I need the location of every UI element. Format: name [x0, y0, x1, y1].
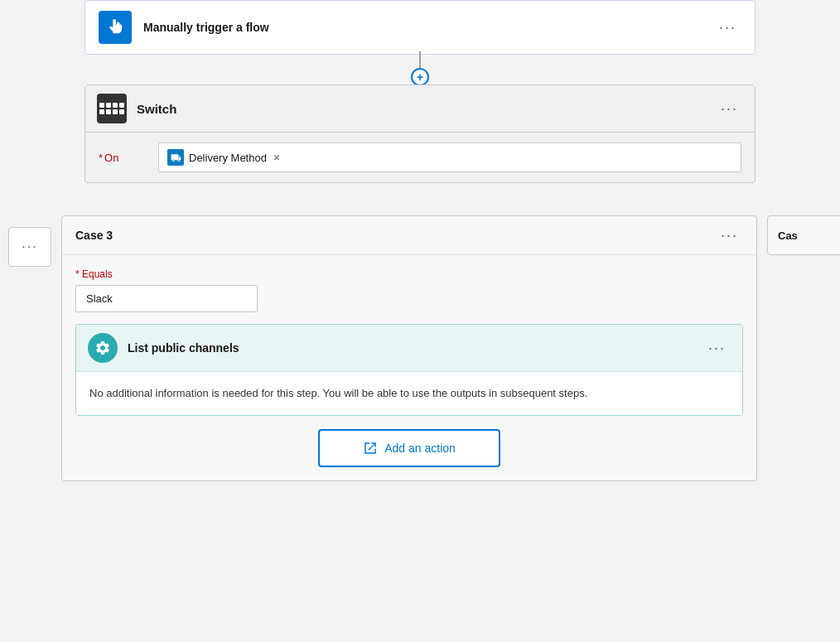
switch-icon-grid — [99, 103, 124, 114]
switch-more-button[interactable]: ··· — [716, 99, 743, 118]
tag-text: Delivery Method — [189, 152, 267, 164]
case-more-button[interactable]: ··· — [716, 226, 743, 244]
equals-label: * Equals — [75, 268, 743, 280]
tag-close-button[interactable]: × — [272, 152, 282, 163]
trigger-icon — [99, 11, 132, 44]
switch-field[interactable]: Delivery Method × — [158, 142, 741, 172]
side-more-dots: ··· — [22, 239, 37, 254]
add-action-label: Add an action — [384, 442, 456, 455]
switch-title: Switch — [137, 102, 716, 116]
equals-input[interactable] — [75, 285, 258, 312]
connector-add-button[interactable]: + — [411, 68, 429, 86]
delivery-method-icon — [171, 152, 181, 163]
action-card: List public channels ··· No additional i… — [75, 324, 743, 416]
case-title: Case 3 — [75, 229, 716, 242]
action-title: List public channels — [128, 341, 703, 355]
action-body: No additional information is needed for … — [76, 371, 742, 415]
case-stub: Cas — [767, 215, 840, 255]
switch-on-label: *On — [99, 152, 148, 164]
trigger-title: Manually trigger a flow — [143, 21, 714, 34]
case-body: * Equals List public channels ··· — [62, 255, 756, 480]
tag-icon — [167, 149, 184, 166]
hand-pointer-icon — [106, 18, 124, 36]
action-body-text: No additional information is needed for … — [89, 387, 587, 399]
gear-icon — [94, 340, 111, 356]
case-stub-title: Cas — [778, 229, 798, 242]
trigger-card: Manually trigger a flow ··· — [84, 0, 756, 55]
action-icon — [88, 333, 118, 363]
switch-card: Switch ··· *On Delivery Method × — [84, 84, 756, 183]
canvas: Manually trigger a flow ··· + S — [0, 0, 840, 642]
side-more-button[interactable]: ··· — [8, 227, 51, 267]
delivery-method-tag: Delivery Method × — [167, 149, 282, 166]
switch-header: Switch ··· — [85, 85, 755, 133]
case-header: Case 3 ··· — [62, 216, 756, 255]
cases-row: ··· Case 3 ··· * Equals — [0, 215, 840, 481]
connector-line-top — [419, 51, 421, 68]
switch-icon — [97, 94, 127, 123]
action-more-button[interactable]: ··· — [703, 339, 731, 357]
switch-body: *On Delivery Method × — [85, 133, 755, 182]
case-card-3: Case 3 ··· * Equals List p — [61, 215, 757, 481]
trigger-more-button[interactable]: ··· — [714, 18, 741, 36]
action-header: List public channels ··· — [76, 325, 742, 371]
add-action-icon — [363, 441, 378, 456]
add-action-button[interactable]: Add an action — [318, 429, 500, 467]
